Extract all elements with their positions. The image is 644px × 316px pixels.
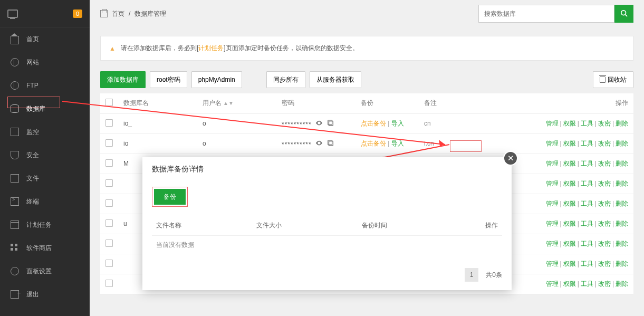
cell-note[interactable]: i.cn — [424, 140, 434, 147]
row-action[interactable]: 权限 — [563, 140, 576, 147]
row-action[interactable]: 改密 — [598, 220, 611, 227]
checkbox-all[interactable] — [105, 99, 113, 106]
sidebar-item-3[interactable]: 数据库 — [0, 97, 90, 120]
row-action[interactable]: 改密 — [598, 120, 611, 127]
row-action[interactable]: 管理 — [546, 180, 559, 187]
row-action[interactable]: 改密 — [598, 200, 611, 207]
row-action[interactable]: 管理 — [546, 120, 559, 127]
search-button[interactable] — [614, 5, 633, 23]
copy-icon[interactable] — [326, 139, 335, 147]
sidebar-item-10[interactable]: 面板设置 — [0, 260, 90, 283]
sidebar-item-6[interactable]: 文件 — [0, 167, 90, 190]
row-checkbox[interactable] — [105, 139, 113, 147]
row-checkbox[interactable] — [105, 119, 113, 127]
row-action[interactable]: 删除 — [616, 260, 628, 267]
col-user[interactable]: 用户名 — [203, 99, 222, 107]
row-action[interactable]: 删除 — [616, 240, 628, 247]
row-action[interactable]: 管理 — [546, 140, 559, 147]
trash-icon — [600, 76, 605, 83]
row-checkbox[interactable] — [105, 260, 113, 267]
row-action[interactable]: 工具 — [581, 180, 593, 187]
eye-icon[interactable] — [315, 119, 323, 127]
page-total: 共0条 — [486, 271, 502, 280]
row-action[interactable]: 权限 — [563, 260, 576, 267]
row-action[interactable]: 权限 — [563, 240, 576, 247]
phpmyadmin-button[interactable]: phpMyAdmin — [191, 71, 242, 88]
sidebar-item-2[interactable]: FTP — [0, 74, 90, 97]
recycle-button[interactable]: 回收站 — [593, 71, 633, 88]
modal-backup-button[interactable]: 备份 — [154, 189, 186, 205]
row-action[interactable]: 管理 — [546, 220, 559, 227]
row-action[interactable]: 删除 — [616, 160, 628, 167]
notification-badge[interactable]: 0 — [73, 9, 82, 18]
sidebar-item-1[interactable]: 网站 — [0, 51, 90, 74]
sidebar-item-11[interactable]: 退出 — [0, 283, 90, 306]
import-link[interactable]: 导入 — [391, 140, 404, 147]
alert-link[interactable]: 计划任务 — [198, 44, 224, 52]
row-action[interactable]: 改密 — [598, 260, 611, 267]
search-input[interactable] — [478, 5, 614, 23]
row-action[interactable]: 管理 — [546, 160, 559, 167]
row-checkbox[interactable] — [105, 280, 113, 287]
root-pwd-button[interactable]: root密码 — [150, 71, 187, 88]
col-name[interactable]: 数据库名 — [123, 99, 149, 107]
row-action[interactable]: 工具 — [581, 240, 593, 247]
row-checkbox[interactable] — [105, 219, 113, 227]
sidebar-label-4: 监控 — [26, 128, 39, 137]
backup-link[interactable]: 点击备份 — [361, 140, 386, 147]
row-action[interactable]: 改密 — [598, 240, 611, 247]
row-action[interactable]: 工具 — [581, 200, 593, 207]
row-action[interactable]: 管理 — [546, 280, 559, 288]
backup-table: 文件名称 文件大小 备份时间 操作 当前没有数据 — [152, 216, 502, 254]
row-checkbox[interactable] — [105, 179, 113, 187]
home-icon — [100, 10, 108, 17]
row-action[interactable]: 删除 — [616, 180, 628, 187]
row-action[interactable]: 权限 — [563, 280, 576, 288]
add-db-button[interactable]: 添加数据库 — [100, 71, 146, 88]
row-action[interactable]: 删除 — [616, 120, 628, 127]
row-action[interactable]: 工具 — [581, 120, 593, 127]
row-action[interactable]: 改密 — [598, 180, 611, 187]
cell-note[interactable]: cn — [424, 120, 431, 127]
row-action[interactable]: 工具 — [581, 220, 593, 227]
row-action[interactable]: 删除 — [616, 280, 628, 288]
eye-icon[interactable] — [315, 139, 323, 147]
copy-icon[interactable] — [326, 119, 335, 127]
sort-icon[interactable]: ▲▼ — [223, 102, 234, 105]
row-action[interactable]: 管理 — [546, 240, 559, 247]
row-action[interactable]: 工具 — [581, 280, 593, 288]
row-action[interactable]: 权限 — [563, 220, 576, 227]
page-current[interactable]: 1 — [465, 268, 479, 282]
import-link[interactable]: 导入 — [391, 120, 404, 127]
sidebar-item-7[interactable]: 终端 — [0, 190, 90, 213]
row-action[interactable]: 改密 — [598, 280, 611, 288]
breadcrumb-home[interactable]: 首页 — [112, 9, 124, 18]
sidebar-label-1: 网站 — [26, 58, 39, 67]
row-action[interactable]: 管理 — [546, 200, 559, 207]
row-action[interactable]: 工具 — [581, 260, 593, 267]
row-action[interactable]: 权限 — [563, 120, 576, 127]
sidebar-item-4[interactable]: 监控 — [0, 120, 90, 143]
sidebar-item-0[interactable]: 首页 — [0, 27, 90, 51]
row-action[interactable]: 改密 — [598, 160, 611, 167]
row-action[interactable]: 删除 — [616, 140, 628, 147]
row-action[interactable]: 权限 — [563, 200, 576, 207]
row-action[interactable]: 权限 — [563, 160, 576, 167]
row-action[interactable]: 权限 — [563, 180, 576, 187]
row-action[interactable]: 改密 — [598, 140, 611, 147]
row-checkbox[interactable] — [105, 199, 113, 207]
row-checkbox[interactable] — [105, 240, 113, 247]
row-checkbox[interactable] — [105, 159, 113, 167]
fetch-server-button[interactable]: 从服务器获取 — [310, 71, 361, 88]
sync-all-button[interactable]: 同步所有 — [266, 71, 305, 88]
sidebar-item-5[interactable]: 安全 — [0, 143, 90, 167]
row-action[interactable]: 删除 — [616, 200, 628, 207]
row-action[interactable]: 工具 — [581, 160, 593, 167]
row-action[interactable]: 管理 — [546, 260, 559, 267]
row-action[interactable]: 工具 — [581, 140, 593, 147]
backup-link[interactable]: 点击备份 — [361, 120, 386, 127]
row-action[interactable]: 删除 — [616, 220, 628, 227]
modal-close-button[interactable]: ✕ — [503, 151, 518, 166]
sidebar-item-8[interactable]: 计划任务 — [0, 213, 90, 236]
sidebar-item-9[interactable]: 软件商店 — [0, 236, 90, 260]
